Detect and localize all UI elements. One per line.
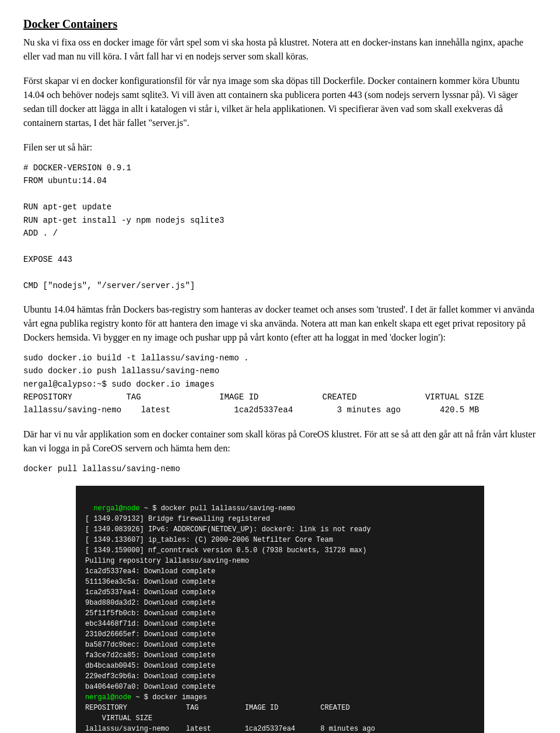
terminal-line-prompt2: nergal@node	[85, 693, 131, 702]
paragraph-4: Ubuntu 14.04 hämtas från Dockers bas-reg…	[23, 303, 537, 345]
dockerfile-content: # DOCKER-VERSION 0.9.1 FROM ubuntu:14.04…	[23, 162, 537, 292]
paragraph-1: Nu ska vi fixa oss en docker image för v…	[23, 36, 537, 64]
terminal-line-1: nergal@node	[93, 504, 139, 513]
paragraph-3-label: Filen ser ut så här:	[23, 141, 537, 155]
paragraph-2: Först skapar vi en docker konfigurations…	[23, 74, 537, 130]
terminal-screenshot: nergal@node ~ $ docker pull lallassu/sav…	[76, 486, 484, 733]
paragraph-5: Där har vi nu vår applikation som en doc…	[23, 427, 537, 455]
commands-section: sudo docker.io build -t lallassu/saving-…	[23, 352, 537, 417]
page-title: Docker Containers	[23, 17, 537, 31]
docker-pull-command: docker pull lallassu/saving-nemo	[23, 462, 537, 475]
